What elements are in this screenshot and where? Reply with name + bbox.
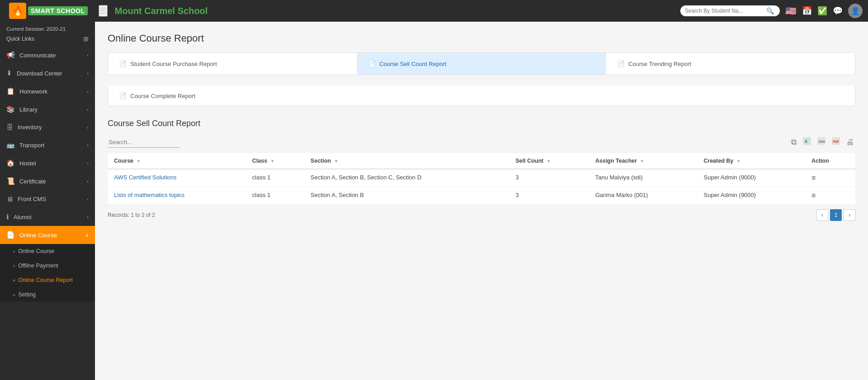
sidebar-item-front-cms[interactable]: 🖥 Front CMS ‹ <box>0 190 95 208</box>
col-section: Section ▼ <box>304 153 509 169</box>
submenu-label: Online Course <box>18 248 54 254</box>
chevron-icon: ‹ <box>87 52 89 58</box>
tab-trending[interactable]: 📄 Course Trending Report <box>606 53 855 75</box>
tab-student-purchase[interactable]: 📄 Student Course Purchase Report <box>108 53 357 75</box>
sidebar-item-communicate[interactable]: 📢 Communicate ‹ <box>0 46 95 64</box>
cell-course: Lists of mathematics topics <box>108 187 246 205</box>
section-title: Course Sell Count Report <box>108 119 855 128</box>
tab-complete[interactable]: 📄 Course Complete Report <box>108 86 206 106</box>
data-table: Course ▼ Class ▼ Section ▼ Sell Count ▼ … <box>108 153 855 205</box>
table-toolbar: ⧉ X CSV PDF <box>108 136 855 149</box>
sidebar-item-label: Online Course <box>19 232 57 239</box>
report-icon: 📄 <box>119 60 127 67</box>
sidebar-item-homework[interactable]: 📋 Homework ‹ <box>0 82 95 100</box>
cell-assign-teacher: Tanu Malviya (sdi) <box>589 169 697 187</box>
avatar[interactable]: 👤 <box>848 4 863 18</box>
submenu-arrow-icon: » <box>13 292 15 297</box>
col-course: Course ▼ <box>108 153 246 169</box>
table-row: AWS Certified Solutions class 1 Section … <box>108 169 855 187</box>
table-search-input[interactable] <box>108 137 180 148</box>
submenu-item-online-course[interactable]: » Online Course <box>0 244 95 258</box>
copy-icon[interactable]: ⧉ <box>790 136 798 148</box>
chevron-icon: ‹ <box>87 107 89 112</box>
cell-action: ≡ <box>805 187 855 205</box>
svg-text:CSV: CSV <box>819 140 825 143</box>
col-created-by: Created By ▼ <box>697 153 805 169</box>
col-assign-teacher: Assign Teacher ▼ <box>589 153 697 169</box>
sidebar-item-label: Hostel <box>19 160 36 167</box>
school-name: Mount Carmel School <box>115 6 680 16</box>
chevron-icon: ‹ <box>87 142 89 148</box>
chevron-icon: ‹ <box>87 214 89 220</box>
header-right: 🔍 🇺🇸 📅 ✅ 💬 👤 <box>680 4 863 18</box>
logo-icon: 🔥 <box>9 3 26 19</box>
sidebar-item-library[interactable]: 📚 Library ‹ <box>0 100 95 118</box>
online-course-icon: 📄 <box>6 231 15 239</box>
sidebar-item-transport[interactable]: 🚌 Transport ‹ <box>0 136 95 154</box>
sidebar: Current Session: 2020-21 Quick Links ⊞ 📢… <box>0 22 95 380</box>
submenu-item-online-course-report[interactable]: » Online Course Report <box>0 273 95 287</box>
action-menu-icon[interactable]: ≡ <box>811 174 816 182</box>
chevron-icon: ‹ <box>87 178 89 184</box>
certificate-icon: 📜 <box>6 177 15 185</box>
tab-label: Course Sell Count Report <box>379 61 446 67</box>
pdf-icon[interactable]: PDF <box>830 136 841 149</box>
cell-action: ≡ <box>805 169 855 187</box>
sidebar-item-label: Download Center <box>17 70 62 77</box>
csv-icon[interactable]: CSV <box>816 136 827 149</box>
cell-section: Section A, Section B <box>304 187 509 205</box>
action-menu-icon[interactable]: ≡ <box>811 192 816 199</box>
checkmark-icon[interactable]: ✅ <box>817 6 827 16</box>
cell-class: class 1 <box>246 187 304 205</box>
sidebar-item-label: Inventory <box>18 124 42 131</box>
chevron-down-icon: ∨ <box>85 232 89 238</box>
submenu-arrow-icon: » <box>13 263 15 268</box>
search-input[interactable] <box>685 8 766 14</box>
cell-assign-teacher: Garima Marko (001) <box>589 187 697 205</box>
logo-text: SMART SCHOOL <box>28 6 88 15</box>
cell-class: class 1 <box>246 169 304 187</box>
sidebar-item-label: Front CMS <box>18 196 46 202</box>
svg-text:X: X <box>805 139 807 144</box>
submenu-label: Online Course Report <box>18 277 73 283</box>
sidebar-item-online-course[interactable]: 📄 Online Course ∨ <box>0 226 95 244</box>
chevron-icon: ‹ <box>87 70 89 76</box>
cell-created-by: Super Admin (9000) <box>697 169 805 187</box>
transport-icon: 🚌 <box>6 141 15 149</box>
sidebar-item-certificate[interactable]: 📜 Certificate ‹ <box>0 172 95 190</box>
submenu-item-setting[interactable]: » Setting <box>0 287 95 302</box>
page-title: Online Course Report <box>108 33 855 44</box>
tab-sell-count[interactable]: 📄 Course Sell Count Report <box>357 53 607 75</box>
print-icon[interactable]: 🖨 <box>845 136 855 148</box>
logo-area: 🔥 SMART SCHOOL <box>5 3 91 19</box>
whatsapp-icon[interactable]: 💬 <box>833 6 843 16</box>
submenu-item-offline-payment[interactable]: » Offline Payment <box>0 258 95 273</box>
search-box[interactable]: 🔍 <box>680 5 780 16</box>
quick-links-grid-icon[interactable]: ⊞ <box>83 35 89 42</box>
sidebar-item-label: Homework <box>19 88 47 95</box>
calendar-icon[interactable]: 📅 <box>802 6 812 16</box>
next-page-button[interactable]: › <box>844 209 855 221</box>
submenu-arrow-icon: » <box>13 249 15 254</box>
sidebar-item-alumni[interactable]: ℹ Alumni ‹ <box>0 208 95 226</box>
report-icon: 📄 <box>119 92 127 99</box>
library-icon: 📚 <box>6 105 15 113</box>
svg-text:PDF: PDF <box>833 140 840 143</box>
pagination: ‹ 1 › <box>816 209 855 221</box>
hamburger-button[interactable]: ☰ <box>99 5 108 17</box>
flag-icon[interactable]: 🇺🇸 <box>785 5 797 16</box>
table-export-actions: ⧉ X CSV PDF <box>790 136 855 149</box>
chevron-icon: ‹ <box>87 197 89 202</box>
sidebar-item-hostel[interactable]: 🏠 Hostel ‹ <box>0 154 95 172</box>
prev-page-button[interactable]: ‹ <box>816 209 828 221</box>
tab-label: Course Trending Report <box>628 61 691 67</box>
search-icon[interactable]: 🔍 <box>766 7 774 14</box>
report-icon: 📄 <box>617 60 625 67</box>
excel-icon[interactable]: X <box>802 136 812 149</box>
col-action: Action <box>805 153 855 169</box>
page-1-button[interactable]: 1 <box>830 209 842 221</box>
sidebar-item-download-center[interactable]: ⬇ Download Center ‹ <box>0 64 95 82</box>
sidebar-item-inventory[interactable]: 🗄 Inventory ‹ <box>0 118 95 136</box>
col-sell-count: Sell Count ▼ <box>509 153 589 169</box>
chevron-icon: ‹ <box>87 125 89 130</box>
